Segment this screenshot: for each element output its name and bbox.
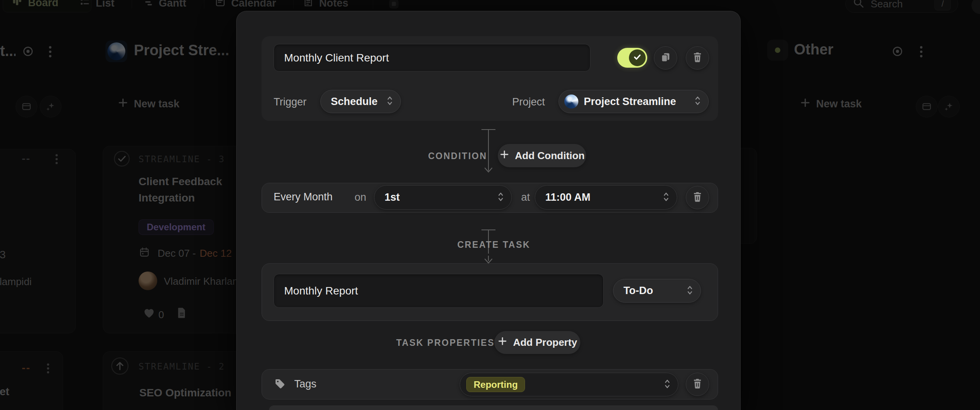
chevron-up-down-icon — [663, 191, 669, 204]
day-value: 1st — [385, 191, 400, 203]
delete-property-button[interactable] — [686, 373, 709, 396]
condition-section-label: CONDITION — [428, 151, 487, 161]
check-icon — [632, 52, 642, 63]
add-property-button[interactable]: Add Property — [494, 331, 580, 354]
arrow-down-icon — [483, 164, 494, 175]
at-label: at — [521, 191, 530, 203]
status-select[interactable]: To-Do — [613, 279, 701, 303]
copy-icon — [660, 52, 671, 64]
tags-label: Tags — [294, 378, 316, 390]
project-avatar-icon — [564, 95, 578, 109]
plus-icon — [499, 149, 509, 162]
project-value: Project Streamline — [584, 96, 676, 108]
chevron-up-down-icon — [664, 378, 670, 391]
toggle-knob — [629, 49, 646, 66]
task-properties-section-label: TASK PROPERTIES — [396, 338, 495, 348]
trigger-value: Schedule — [331, 96, 378, 108]
chevron-up-down-icon — [687, 284, 693, 298]
next-property-row-partial — [269, 405, 718, 410]
automation-editor-modal: Trigger Schedule Project Project Streaml… — [236, 11, 741, 410]
duplicate-button[interactable] — [654, 46, 677, 70]
chevron-up-down-icon — [498, 191, 504, 204]
trigger-label: Trigger — [274, 96, 307, 108]
on-label: on — [355, 191, 366, 203]
chevron-up-down-icon — [387, 95, 393, 108]
add-condition-label: Add Condition — [515, 150, 585, 162]
time-value: 11:00 AM — [545, 191, 590, 203]
trash-icon — [693, 378, 702, 390]
schedule-frequency[interactable]: Every Month — [274, 191, 333, 203]
app-screen: Board List Gantt Calendar Notes Sea — [0, 0, 980, 410]
time-select[interactable]: 11:00 AM — [535, 185, 677, 210]
trash-icon — [693, 192, 702, 203]
chevron-up-down-icon — [695, 95, 701, 108]
enabled-toggle[interactable] — [617, 48, 647, 68]
delete-condition-button[interactable] — [686, 186, 709, 209]
tags-select[interactable]: Reporting — [460, 373, 678, 396]
day-select[interactable]: 1st — [374, 185, 512, 210]
trash-icon — [693, 52, 702, 64]
delete-automation-button[interactable] — [686, 46, 709, 70]
tag-chip-reporting: Reporting — [466, 377, 525, 392]
task-name-input[interactable] — [274, 274, 604, 308]
automation-name-input[interactable] — [274, 44, 590, 72]
plus-icon — [497, 336, 508, 349]
status-value: To-Do — [623, 285, 653, 297]
add-condition-button[interactable]: Add Condition — [498, 144, 586, 167]
trigger-select[interactable]: Schedule — [320, 90, 401, 113]
add-property-label: Add Property — [513, 336, 577, 349]
tag-icon — [274, 378, 285, 391]
project-select[interactable]: Project Streamline — [558, 90, 709, 113]
create-task-section-label: CREATE TASK — [457, 240, 530, 250]
project-label: Project — [512, 96, 545, 108]
